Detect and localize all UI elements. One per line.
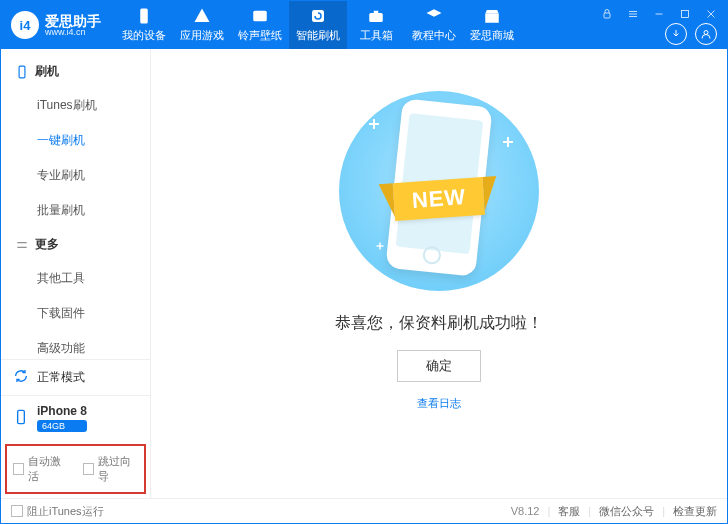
tab-tutorials[interactable]: 教程中心 (405, 1, 463, 49)
svg-rect-18 (18, 410, 25, 423)
app-logo: i4 爱思助手 www.i4.cn (1, 11, 109, 39)
view-log-link[interactable]: 查看日志 (417, 396, 461, 411)
ok-button[interactable]: 确定 (397, 350, 481, 382)
lock-icon[interactable] (597, 4, 617, 24)
maximize-button[interactable] (675, 4, 695, 24)
main-content: NEW 恭喜您，保资料刷机成功啦！ 确定 查看日志 (151, 49, 727, 498)
more-icon (15, 238, 29, 252)
menu-icon[interactable] (623, 4, 643, 24)
tab-flash[interactable]: 智能刷机 (289, 1, 347, 49)
device-block[interactable]: iPhone 8 64GB (1, 395, 150, 440)
phone-outline-icon (15, 65, 29, 79)
sidebar-item-itunes-flash[interactable]: iTunes刷机 (1, 88, 150, 123)
device-name: iPhone 8 (37, 404, 87, 418)
sidebar-item-download-firmware[interactable]: 下载固件 (1, 296, 150, 331)
close-button[interactable] (701, 4, 721, 24)
checkbox-skip-guide[interactable]: 跳过向导 (83, 454, 139, 484)
tab-ringtones[interactable]: 铃声壁纸 (231, 1, 289, 49)
svg-rect-11 (682, 11, 689, 18)
store-icon (483, 7, 501, 25)
success-message: 恭喜您，保资料刷机成功啦！ (335, 313, 543, 334)
svg-rect-4 (374, 11, 379, 14)
sync-icon (13, 368, 29, 387)
main-tabs: 我的设备 应用游戏 铃声壁纸 智能刷机 工具箱 教程中心 (115, 1, 521, 49)
refresh-icon (309, 7, 327, 25)
svg-rect-5 (485, 14, 499, 23)
check-update-link[interactable]: 检查更新 (673, 504, 717, 519)
sidebar-section-more: 更多 (1, 228, 150, 261)
svg-rect-0 (140, 9, 148, 24)
svg-rect-1 (253, 11, 267, 22)
sidebar: 刷机 iTunes刷机 一键刷机 专业刷机 批量刷机 更多 其他工具 下载固件 … (1, 49, 151, 498)
phone-icon (135, 7, 153, 25)
titlebar: i4 爱思助手 www.i4.cn 我的设备 应用游戏 铃声壁纸 智能刷机 (1, 1, 727, 49)
checkbox-auto-activate[interactable]: 自动激活 (13, 454, 69, 484)
checkbox-icon (13, 463, 24, 475)
sidebar-section-flash: 刷机 (1, 55, 150, 88)
svg-rect-6 (604, 13, 610, 18)
success-illustration: NEW (339, 91, 539, 291)
download-button[interactable] (665, 23, 687, 45)
new-ribbon: NEW (393, 177, 486, 221)
device-icon (13, 409, 29, 428)
support-link[interactable]: 客服 (558, 504, 580, 519)
window-controls (597, 4, 721, 24)
tab-label: 智能刷机 (296, 28, 340, 43)
checkbox-block-itunes[interactable]: 阻止iTunes运行 (11, 504, 104, 519)
tab-toolbox[interactable]: 工具箱 (347, 1, 405, 49)
sidebar-item-batch-flash[interactable]: 批量刷机 (1, 193, 150, 228)
sidebar-item-pro-flash[interactable]: 专业刷机 (1, 158, 150, 193)
graduation-icon (425, 7, 443, 25)
tab-label: 工具箱 (360, 28, 393, 43)
sidebar-item-oneclick-flash[interactable]: 一键刷机 (1, 123, 150, 158)
mode-label: 正常模式 (37, 369, 85, 386)
statusbar: 阻止iTunes运行 V8.12 | 客服 | 微信公众号 | 检查更新 (1, 498, 727, 523)
tab-label: 我的设备 (122, 28, 166, 43)
image-icon (251, 7, 269, 25)
highlighted-options: 自动激活 跳过向导 (5, 444, 146, 494)
tab-label: 铃声壁纸 (238, 28, 282, 43)
tab-label: 教程中心 (412, 28, 456, 43)
tab-apps[interactable]: 应用游戏 (173, 1, 231, 49)
tab-store[interactable]: 爱思商城 (463, 1, 521, 49)
sidebar-item-advanced[interactable]: 高级功能 (1, 331, 150, 359)
wechat-link[interactable]: 微信公众号 (599, 504, 654, 519)
app-url: www.i4.cn (45, 28, 101, 37)
svg-rect-2 (312, 10, 324, 22)
checkbox-icon (83, 463, 94, 475)
checkbox-icon (11, 505, 23, 517)
device-capacity-badge: 64GB (37, 420, 87, 432)
svg-point-14 (704, 31, 708, 35)
svg-rect-3 (369, 13, 383, 22)
minimize-button[interactable] (649, 4, 669, 24)
mode-block[interactable]: 正常模式 (1, 359, 150, 395)
tab-label: 应用游戏 (180, 28, 224, 43)
user-button[interactable] (695, 23, 717, 45)
logo-badge: i4 (11, 11, 39, 39)
tab-my-device[interactable]: 我的设备 (115, 1, 173, 49)
svg-rect-15 (19, 66, 25, 78)
apps-icon (193, 7, 211, 25)
app-name: 爱思助手 (45, 14, 101, 28)
toolbox-icon (367, 7, 385, 25)
sidebar-item-other-tools[interactable]: 其他工具 (1, 261, 150, 296)
tab-label: 爱思商城 (470, 28, 514, 43)
version-label: V8.12 (511, 505, 540, 517)
